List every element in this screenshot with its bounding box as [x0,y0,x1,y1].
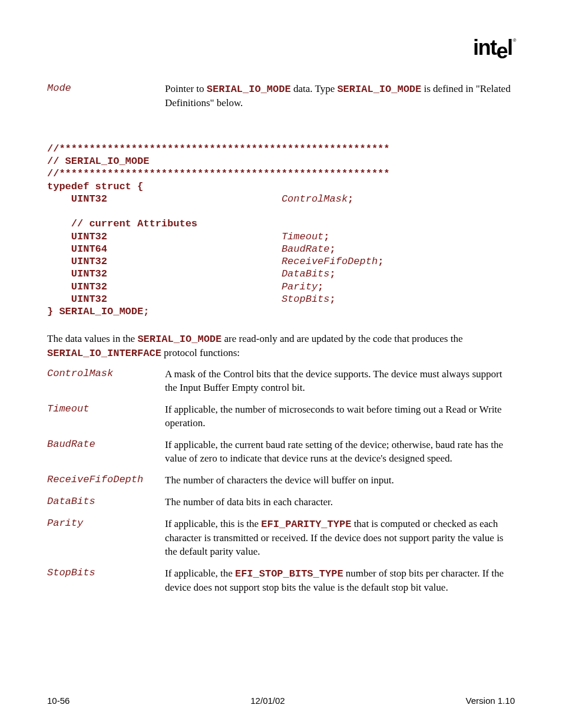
param-label: Mode [47,83,165,94]
def-baudrate: BaudRate If applicable, the current baud… [47,439,515,466]
def-parity: Parity If applicable, this is the EFI_PA… [47,518,515,559]
body-paragraph: The data values in the SERIAL_IO_MODE ar… [47,332,515,361]
footer-date: 12/01/02 [250,696,285,706]
def-stopbits: StopBits If applicable, the EFI_STOP_BIT… [47,567,515,595]
param-mode: Mode Pointer to SERIAL_IO_MODE data. Typ… [47,83,515,110]
def-timeout: Timeout If applicable, the number of mic… [47,403,515,430]
footer-version: Version 1.10 [466,696,515,706]
intel-logo: intel® [473,35,515,60]
code-block: //**************************************… [47,143,515,318]
def-controlmask: ControlMask A mask of the Control bits t… [47,368,515,395]
footer-page-number: 10-56 [47,696,70,706]
param-desc: Pointer to SERIAL_IO_MODE data. Type SER… [165,83,515,110]
def-receivefifodepth: ReceiveFifoDepth The number of character… [47,474,515,487]
def-databits: DataBits The number of data bits in each… [47,496,515,509]
page-footer: 10-56 12/01/02 Version 1.10 [47,696,515,706]
definitions-list: ControlMask A mask of the Control bits t… [47,368,515,594]
